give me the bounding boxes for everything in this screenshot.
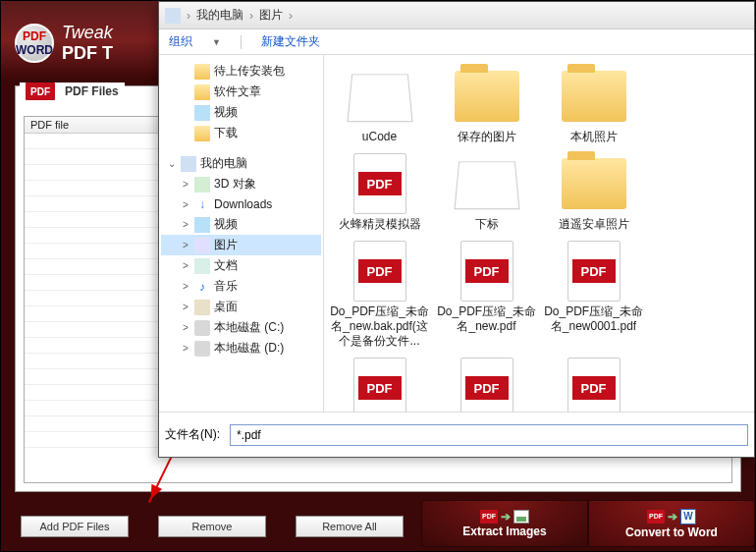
address-bar[interactable]: › 我的电脑 › 图片 › bbox=[159, 2, 754, 29]
tree-item-pic[interactable]: >图片 bbox=[161, 235, 321, 255]
expand-icon[interactable]: > bbox=[181, 322, 190, 333]
expand-icon[interactable]: > bbox=[181, 343, 190, 354]
file-item-do2[interactable]: PDFDo_PDF压缩_未命名_new.pdf bbox=[435, 238, 538, 351]
tree-label: 图片 bbox=[214, 237, 319, 253]
file-item-p3[interactable]: PDFPDF压缩_未命名_new.bak.pdf bbox=[542, 355, 645, 412]
action-bar: PDF ➔ Extract Images PDF ➔ W Convert to … bbox=[421, 500, 755, 547]
tree-label: 视频 bbox=[214, 104, 319, 121]
folder-icon bbox=[194, 126, 210, 141]
tree-label: 音乐 bbox=[214, 278, 319, 295]
expand-icon[interactable]: > bbox=[181, 240, 190, 250]
tree-item-pc[interactable]: ⌄我的电脑 bbox=[161, 153, 321, 174]
extract-label: Extract Images bbox=[462, 524, 546, 538]
tree-label: 我的电脑 bbox=[200, 155, 319, 172]
file-item-xiabiao[interactable]: 下标 bbox=[435, 150, 538, 234]
tree-item-dl[interactable]: >↓Downloads bbox=[161, 194, 321, 214]
pdf-file-icon: PDF bbox=[353, 241, 406, 302]
tree-item-diskd[interactable]: >本地磁盘 (D:) bbox=[161, 338, 321, 359]
file-item-huofeng[interactable]: PDF火蜂精灵模拟器 bbox=[328, 150, 431, 234]
chevron-right-icon[interactable]: › bbox=[289, 9, 293, 23]
file-name: 下标 bbox=[475, 217, 499, 232]
folder-icon bbox=[194, 64, 210, 80]
tree-label: 桌面 bbox=[214, 299, 319, 315]
expand-icon[interactable]: > bbox=[181, 302, 190, 312]
expand-icon[interactable]: > bbox=[181, 179, 190, 190]
tree-item-doc[interactable]: >文档 bbox=[161, 255, 321, 276]
file-name: Do_PDF压缩_未命名_new.bak.pdf(这个是备份文件... bbox=[330, 304, 429, 349]
file-item-ucode[interactable]: uCode bbox=[328, 63, 431, 146]
crumb-pictures[interactable]: 图片 bbox=[259, 7, 283, 24]
tree-item-pending[interactable]: 待上传安装包 bbox=[161, 61, 321, 82]
folder-icon bbox=[455, 71, 519, 122]
pdf-file-icon: PDF bbox=[353, 153, 406, 214]
tree-label: 待上传安装包 bbox=[214, 63, 319, 80]
video-icon bbox=[194, 217, 210, 233]
brand-logo-icon: PDFWORD bbox=[15, 24, 54, 63]
file-name: 本机照片 bbox=[570, 130, 618, 144]
tree-item-vid[interactable]: >视频 bbox=[161, 214, 321, 235]
convert-to-word-button[interactable]: PDF ➔ W Convert to Word bbox=[588, 500, 755, 547]
tree-item-articles[interactable]: 软件文章 bbox=[161, 82, 321, 102]
arrow-icon: ➔ bbox=[501, 510, 511, 524]
folder-open-icon bbox=[454, 161, 519, 209]
pdf-file-icon: PDF bbox=[567, 241, 621, 302]
tree-item-music[interactable]: >♪音乐 bbox=[161, 276, 321, 297]
file-item-do1[interactable]: PDFDo_PDF压缩_未命名_new.bak.pdf(这个是备份文件... bbox=[328, 238, 431, 351]
file-item-do3[interactable]: PDFDo_PDF压缩_未命名_new0001.pdf bbox=[542, 238, 645, 351]
nav-tree[interactable]: 待上传安装包软件文章视频下载⌄我的电脑>3D 对象>↓Downloads>视频>… bbox=[159, 55, 324, 412]
expand-icon[interactable]: > bbox=[181, 260, 190, 271]
chevron-right-icon[interactable]: › bbox=[187, 9, 190, 23]
folder-open-icon bbox=[347, 74, 412, 122]
image-mini-icon bbox=[513, 510, 529, 524]
extract-images-button[interactable]: PDF ➔ Extract Images bbox=[421, 500, 588, 547]
tree-label: 视频 bbox=[214, 216, 319, 233]
filename-row: 文件名(N): bbox=[159, 412, 754, 457]
pic-icon bbox=[194, 238, 210, 253]
pdf-file-icon: PDF bbox=[353, 358, 406, 412]
organize-menu[interactable]: 组织 bbox=[169, 33, 192, 50]
crumb-pc[interactable]: 我的电脑 bbox=[196, 7, 243, 24]
file-name: uCode bbox=[362, 130, 397, 144]
expand-icon[interactable]: > bbox=[181, 199, 190, 210]
remove-button[interactable]: Remove bbox=[158, 516, 266, 537]
tree-item-videos[interactable]: 视频 bbox=[161, 102, 321, 123]
file-list[interactable]: uCode保存的图片本机照片PDF火蜂精灵模拟器下标逍遥安卓照片PDFDo_PD… bbox=[324, 55, 754, 412]
filename-input[interactable] bbox=[230, 424, 748, 446]
file-item-saved[interactable]: 保存的图片 bbox=[435, 63, 538, 146]
chevron-right-icon[interactable]: › bbox=[249, 9, 253, 23]
tree-label: 下载 bbox=[214, 125, 319, 141]
file-item-p2[interactable]: PDFPDF压缩_未命名.pdf bbox=[435, 355, 538, 412]
file-item-camera[interactable]: 本机照片 bbox=[542, 63, 645, 146]
dropdown-icon[interactable]: ▼ bbox=[212, 37, 221, 47]
expand-icon[interactable]: > bbox=[181, 219, 190, 230]
tree-item-downloads2[interactable]: 下载 bbox=[161, 123, 321, 143]
file-item-p1[interactable]: PDFPDF压缩_未命名.bak.pdf bbox=[328, 355, 431, 412]
tree-item-desk[interactable]: >桌面 bbox=[161, 297, 321, 317]
expand-icon[interactable]: > bbox=[181, 281, 190, 292]
tree-item-3d[interactable]: >3D 对象 bbox=[161, 174, 321, 194]
doc-icon bbox=[194, 258, 210, 274]
file-name: Do_PDF压缩_未命名_new.pdf bbox=[437, 304, 536, 334]
dl-icon: ↓ bbox=[194, 196, 210, 212]
file-item-xiaoyao[interactable]: 逍遥安卓照片 bbox=[542, 150, 645, 234]
tree-label: Downloads bbox=[214, 197, 319, 211]
expand-icon[interactable]: ⌄ bbox=[167, 158, 177, 169]
file-name: 逍遥安卓照片 bbox=[559, 217, 629, 232]
tree-item-diskc[interactable]: >本地磁盘 (C:) bbox=[161, 317, 321, 338]
folder-icon bbox=[562, 71, 626, 122]
dialog-toolbar: 组织 ▼ 新建文件夹 bbox=[159, 29, 754, 55]
remove-all-button[interactable]: Remove All bbox=[296, 516, 404, 537]
convert-label: Convert to Word bbox=[625, 525, 718, 539]
add-pdf-files-button[interactable]: Add PDF Files bbox=[21, 516, 129, 537]
tree-label: 本地磁盘 (C:) bbox=[214, 319, 319, 336]
tree-label: 本地磁盘 (D:) bbox=[214, 340, 319, 357]
music-icon: ♪ bbox=[194, 279, 210, 295]
new-folder-button[interactable]: 新建文件夹 bbox=[261, 33, 320, 50]
pdf-file-icon: PDF bbox=[460, 241, 513, 302]
panel-title: PDF Files bbox=[65, 84, 119, 98]
desk-icon bbox=[194, 300, 210, 315]
file-open-dialog: › 我的电脑 › 图片 › 组织 ▼ 新建文件夹 待上传安装包软件文章视频下载⌄… bbox=[158, 1, 755, 458]
disk-icon bbox=[194, 341, 210, 357]
word-mini-icon: W bbox=[680, 509, 696, 524]
pdf-icon: PDF bbox=[26, 83, 55, 100]
